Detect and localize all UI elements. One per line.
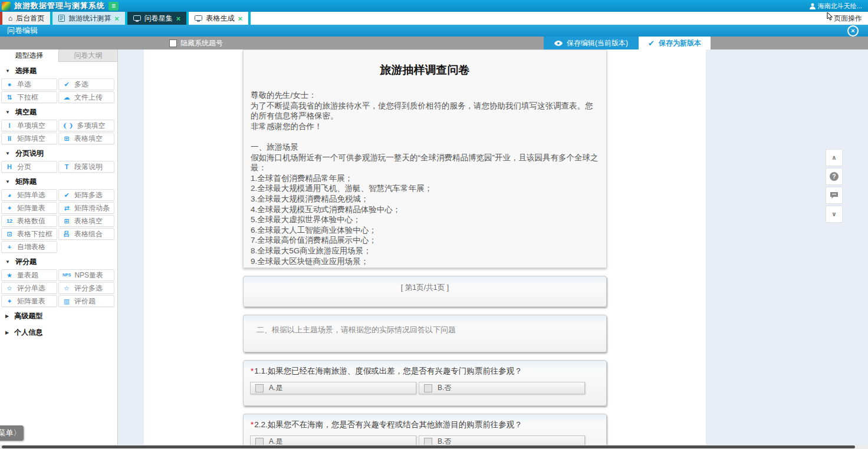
tab-tourism-statistics[interactable]: 旅游统计测算 × (52, 12, 125, 25)
horizontal-scrollbar[interactable] (0, 445, 868, 449)
canvas-right-gutter: ∧ ? ∨ (706, 49, 868, 445)
save-current-version-button[interactable]: 保存编辑(当前版本) (544, 37, 639, 49)
qtype-evaluation[interactable]: ▥评价题 (58, 295, 114, 307)
qtype-dropdown[interactable]: ⇅下拉框 (1, 91, 57, 103)
qtype-table-blank[interactable]: ⊞表格填空 (58, 133, 114, 144)
option-checkbox[interactable] (255, 384, 264, 392)
home-icon: ⌂ (8, 14, 12, 22)
option-checkbox[interactable] (424, 438, 432, 445)
scrollbar-thumb[interactable] (2, 445, 855, 448)
scroll-down-button[interactable]: ∨ (826, 206, 843, 223)
option-b[interactable]: B.否 (419, 382, 585, 394)
user-menu[interactable]: 海南北斗天绘... (810, 2, 868, 11)
qtype-table-number[interactable]: 12表格数值 (1, 215, 57, 227)
slider-icon: ⇄ (63, 204, 71, 212)
close-tab-icon[interactable]: × (238, 15, 242, 22)
qtype-scale[interactable]: ★量表题 (1, 269, 57, 281)
check-icon: ✔ (63, 192, 71, 199)
table-icon: ⊞ (63, 217, 71, 224)
monitor-icon (133, 15, 141, 22)
chevron-down-icon: ∨ (831, 210, 837, 218)
qtype-multi-choice[interactable]: ✔多选 (58, 78, 114, 90)
option-checkbox[interactable] (255, 438, 264, 445)
qtype-file-upload[interactable]: ☁文件上传 (58, 91, 114, 103)
qtype-multi-blank[interactable]: ❨❩多项填空 (58, 120, 114, 131)
qtype-table-blank-2[interactable]: ⊞表格填空 (58, 215, 114, 227)
sidebar-tab-outline[interactable]: 问卷大纲 (59, 49, 117, 62)
option-b[interactable]: B.否 (419, 435, 585, 445)
qtype-paragraph[interactable]: T段落说明 (58, 161, 114, 173)
required-mark: * (251, 367, 254, 375)
qtype-table-combo[interactable]: 吕表格组合 (58, 228, 114, 240)
qtype-matrix-slider[interactable]: ⇄矩阵滑动条 (58, 202, 114, 214)
qtype-single-choice[interactable]: ●单选 (1, 78, 57, 90)
hide-sysnum-label: 隐藏系统题号 (180, 38, 223, 48)
tab-backend-home[interactable]: ⌂ 后台首页 (2, 12, 50, 25)
star-icon: ✦ (5, 204, 14, 212)
survey-canvas: 旅游抽样调查问卷 尊敬的先生/女士： 为了不断提高我省的旅游接待水平，使您得到质… (144, 49, 706, 445)
scroll-up-button[interactable]: ∧ (826, 149, 843, 166)
intro-line (251, 131, 599, 142)
qtype-score-single[interactable]: ☆评分单选 (1, 282, 57, 294)
side-menu-toggle[interactable]: 菜单〉 (0, 425, 24, 441)
qtype-matrix-single[interactable]: ◕矩阵单选 (1, 189, 57, 201)
qtype-matrix-blank[interactable]: II矩阵填空 (1, 133, 57, 144)
comment-icon (830, 192, 839, 199)
sidebar-tab-question-types[interactable]: 题型选择 (0, 49, 59, 62)
qtype-matrix-scale-2[interactable]: ✦矩阵量表 (1, 295, 57, 307)
group-header-advanced[interactable]: ▶ 高级题型 (0, 307, 117, 323)
group-header-rating[interactable]: ▼ 评分题 (0, 253, 117, 269)
tab-table-generation[interactable]: 表格生成 × (189, 12, 248, 25)
group-header-paging[interactable]: ▼ 分页说明 (0, 144, 117, 161)
help-button[interactable]: ? (826, 168, 843, 185)
star-icon: ★ (5, 272, 14, 279)
main-content: 题型选择 问卷大纲 ▼ 选择题 ●单选 ✔多选 ⇅下拉框 ☁文件上传 ▼ 填空题… (0, 49, 868, 445)
intro-line: 4.全球最大规模互动式消费精品体验中心； (251, 204, 599, 215)
close-page-icon[interactable]: × (847, 25, 859, 37)
close-tab-icon[interactable]: × (176, 15, 181, 22)
hamburger-menu-icon[interactable]: ≡ (108, 2, 119, 11)
group-header-choice[interactable]: ▼ 选择题 (0, 62, 117, 78)
caret-down-icon: ▼ (5, 68, 10, 74)
qtype-matrix-scale[interactable]: ✦矩阵量表 (1, 202, 57, 214)
page-icon: H (5, 163, 14, 170)
group-header-blank[interactable]: ▼ 填空题 (0, 103, 117, 120)
caret-right-icon: ▶ (5, 330, 9, 335)
qtype-matrix-multi[interactable]: ✔矩阵多选 (58, 189, 114, 201)
option-label: A.是 (269, 437, 282, 445)
group-header-matrix[interactable]: ▼ 矩阵题 (0, 173, 117, 189)
hide-sysnum-checkbox[interactable] (169, 39, 177, 47)
save-new-version-button[interactable]: ✔ 保存为新版本 (639, 37, 711, 49)
comment-button[interactable] (826, 187, 843, 204)
survey-intro-card[interactable]: 旅游抽样调查问卷 尊敬的先生/女士： 为了不断提高我省的旅游接待水平，使您得到质… (243, 49, 607, 268)
check-icon: ✔ (648, 39, 655, 48)
star-outline-icon: ☆ (5, 285, 14, 292)
option-a[interactable]: A.是 (250, 382, 416, 394)
page-break-card[interactable]: [ 第1页/共1页 ] (243, 276, 607, 307)
option-a[interactable]: A.是 (250, 435, 416, 445)
qtype-table-dropdown[interactable]: ⊡表格下拉框 (1, 228, 57, 240)
star-icon: ✦ (5, 298, 14, 305)
updown-icon: ⇅ (5, 94, 14, 101)
tab-questionnaire-star[interactable]: 问卷星集 × (127, 12, 187, 25)
qtype-auto-table[interactable]: +自增表格 (1, 241, 57, 253)
chevron-up-icon: ∧ (831, 154, 837, 161)
close-tab-icon[interactable]: × (114, 15, 119, 22)
option-checkbox[interactable] (424, 384, 432, 392)
qtype-page-break[interactable]: H分页 (1, 161, 57, 173)
question-card-1[interactable]: *1.1.如果您已经在海南旅游、度假或出差，您是否有兴趣专门购票前往参观？ A.… (243, 360, 607, 406)
hide-sysnum-control[interactable]: 隐藏系统题号 (169, 38, 223, 48)
qtype-nps[interactable]: NPSNPS量表 (58, 269, 114, 281)
app-title: 旅游数据管理与测算系统 (14, 1, 105, 11)
qtype-single-blank[interactable]: I单项填空 (1, 120, 57, 131)
group-header-personal-info[interactable]: ▶ 个人信息 (0, 323, 117, 340)
qtype-score-multi[interactable]: ☆评分多选 (58, 282, 114, 294)
page-actions-button[interactable]: 页面操作 (830, 12, 866, 25)
section-heading-card[interactable]: 二、根据以上主题场景，请根据您的实际情况回答以下问题 (243, 315, 607, 352)
pie-icon: ◕ (5, 192, 14, 199)
tabbar: ⌂ 后台首页 旅游统计测算 × 问卷星集 × 表格生成 × 页面操作 (0, 12, 868, 25)
page-header: 问卷编辑 × (0, 25, 868, 37)
question-card-2[interactable]: *2.2.如果您不在海南，您是否有兴趣专程或结合其他旅游目的购票前往参观？ A.… (243, 414, 607, 445)
page-actions-label: 页面操作 (834, 14, 862, 24)
star-outline-icon: ☆ (63, 285, 71, 292)
